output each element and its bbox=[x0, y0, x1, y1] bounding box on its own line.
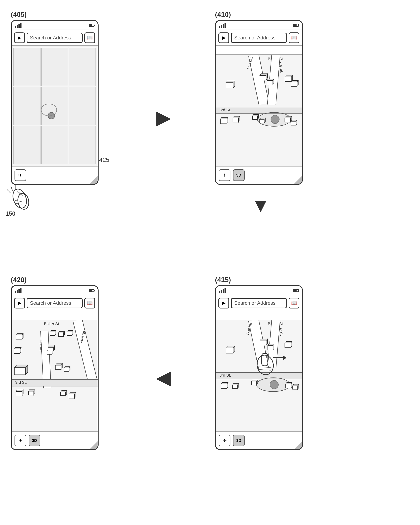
bell-rd-label-420: Bell Rd. bbox=[39, 339, 43, 351]
ref-425: 425 bbox=[99, 156, 109, 163]
svg-marker-101 bbox=[283, 356, 287, 360]
bld-415-b5 bbox=[232, 383, 240, 390]
svg-rect-36 bbox=[285, 118, 290, 122]
corner-fold-415 bbox=[294, 441, 302, 449]
svg-rect-39 bbox=[291, 121, 296, 125]
panel-415: (415) ▶ Search or Address 📖 bbox=[215, 276, 303, 450]
svg-rect-78 bbox=[61, 392, 65, 396]
panel-label-415: (415) bbox=[215, 276, 303, 284]
arrow-down-right: ▼ bbox=[251, 195, 271, 215]
building-3 bbox=[266, 78, 275, 86]
third-st-label-420: 3rd St. bbox=[15, 380, 27, 385]
battery-icon-415 bbox=[293, 289, 299, 292]
corner-fold-410 bbox=[294, 176, 302, 184]
book-button-415[interactable]: 📖 bbox=[289, 298, 299, 309]
search-input-410[interactable]: Search or Address bbox=[231, 33, 287, 43]
battery-icon bbox=[89, 24, 94, 27]
pivot-circle-410 bbox=[271, 115, 280, 124]
svg-rect-15 bbox=[267, 81, 273, 85]
svg-line-98 bbox=[259, 367, 271, 368]
bld-415-b4 bbox=[220, 382, 229, 390]
pivot-ring bbox=[41, 103, 57, 116]
svg-rect-105 bbox=[286, 384, 291, 388]
svg-rect-21 bbox=[291, 82, 297, 86]
building-9 bbox=[259, 118, 266, 124]
building-5 bbox=[290, 80, 299, 88]
signal-bars-415 bbox=[219, 288, 226, 293]
arrow-left-bottom: ◀ bbox=[156, 367, 171, 387]
nav-button-415[interactable]: ▶ bbox=[218, 298, 229, 309]
arrow-right-top: ▶ bbox=[156, 108, 171, 127]
building-1 bbox=[225, 80, 236, 90]
svg-point-96 bbox=[255, 354, 275, 376]
book-button-420[interactable]: 📖 bbox=[84, 298, 95, 309]
3d-button-410[interactable]: 3D bbox=[233, 169, 245, 181]
corner-fold bbox=[90, 176, 98, 184]
svg-rect-114 bbox=[233, 385, 238, 388]
location-button-410[interactable]: ✈ bbox=[219, 169, 230, 181]
bld-420-b3 bbox=[60, 390, 68, 397]
third-st-label-415: 3rd St. bbox=[220, 373, 231, 378]
map-area-410: Baker St. Foot Rd. Hill Rd. 3rd St. bbox=[216, 55, 302, 166]
map-area-415: Baker St. Foot Rd. Hill Rd. 3rd St. bbox=[216, 320, 302, 431]
location-button-415[interactable]: ✈ bbox=[219, 435, 230, 446]
svg-rect-33 bbox=[260, 119, 264, 123]
svg-rect-30 bbox=[252, 116, 258, 120]
panel-label-410: (410) bbox=[215, 11, 303, 19]
svg-rect-66 bbox=[64, 368, 69, 371]
search-input-415[interactable]: Search or Address bbox=[231, 298, 287, 308]
svg-line-99 bbox=[259, 369, 271, 370]
nav-button-420[interactable]: ▶ bbox=[14, 298, 25, 309]
baker-st-label-420: Baker St. bbox=[44, 322, 60, 326]
svg-rect-84 bbox=[226, 348, 233, 353]
nav-button[interactable]: ▶ bbox=[14, 32, 25, 43]
book-button-410[interactable]: 📖 bbox=[289, 32, 299, 43]
svg-rect-24 bbox=[220, 119, 227, 124]
panel-405: (405) ▶ Search or Address 📖 bbox=[11, 11, 99, 185]
svg-rect-48 bbox=[58, 333, 64, 337]
battery-icon-420 bbox=[89, 289, 94, 292]
pivot-circle-415 bbox=[270, 380, 279, 389]
bld-420-5 bbox=[13, 347, 22, 355]
nav-button-410[interactable]: ▶ bbox=[218, 32, 229, 43]
building-11 bbox=[290, 119, 298, 127]
svg-rect-42 bbox=[16, 335, 22, 339]
bld-415-b3 bbox=[292, 384, 300, 391]
svg-line-2 bbox=[17, 191, 21, 195]
svg-rect-87 bbox=[260, 341, 266, 345]
bld-420-b1 bbox=[15, 389, 25, 397]
panel-420: (420) ▶ Search or Address 📖 bbox=[11, 276, 99, 450]
panel-label-405: (405) bbox=[11, 11, 99, 19]
svg-rect-27 bbox=[233, 118, 239, 122]
bld-420-9 bbox=[64, 366, 72, 373]
bld-420-7 bbox=[47, 345, 56, 353]
foot-rd-road-420 bbox=[73, 320, 97, 381]
bld-415-b1 bbox=[251, 379, 259, 386]
search-input-420[interactable]: Search or Address bbox=[27, 298, 83, 308]
svg-rect-108 bbox=[293, 386, 298, 389]
3d-button-420[interactable]: 3D bbox=[29, 435, 40, 446]
svg-line-4 bbox=[15, 200, 22, 202]
bld-420-4 bbox=[66, 330, 74, 337]
svg-rect-63 bbox=[55, 365, 61, 370]
building-7 bbox=[232, 116, 241, 124]
book-button[interactable]: 📖 bbox=[84, 32, 95, 43]
svg-rect-60 bbox=[48, 347, 53, 351]
bld-420-2 bbox=[49, 330, 57, 337]
location-button-420[interactable]: ✈ bbox=[15, 435, 26, 446]
signal-bars-410 bbox=[219, 23, 226, 28]
svg-rect-72 bbox=[16, 392, 22, 396]
bld-420-large bbox=[13, 364, 29, 377]
building-8 bbox=[252, 114, 260, 121]
third-st-label-410: 3rd St. bbox=[220, 108, 231, 112]
panel-label-420: (420) bbox=[11, 276, 99, 284]
search-input-405[interactable]: Search or Address bbox=[27, 33, 83, 43]
hand-gesture-405: 150 bbox=[5, 175, 41, 217]
signal-bars bbox=[15, 23, 21, 28]
svg-rect-69 bbox=[14, 368, 26, 375]
building-6 bbox=[220, 117, 229, 126]
svg-rect-75 bbox=[28, 391, 34, 395]
svg-line-6 bbox=[7, 190, 11, 193]
svg-rect-45 bbox=[50, 332, 55, 336]
3d-button-415[interactable]: 3D bbox=[233, 435, 245, 446]
